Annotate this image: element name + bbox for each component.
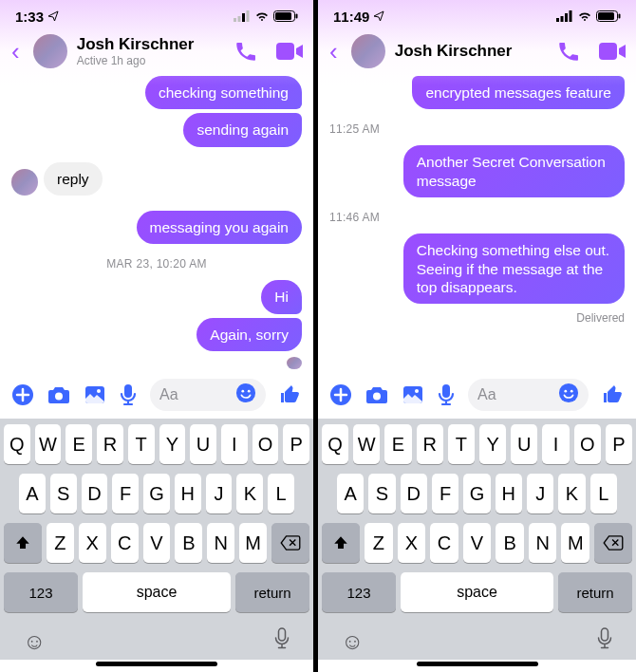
dictation-icon[interactable] bbox=[596, 627, 613, 656]
key[interactable]: R bbox=[417, 424, 443, 464]
emoji-keyboard-icon[interactable]: ☺ bbox=[23, 628, 47, 655]
emoji-picker-icon[interactable] bbox=[235, 383, 256, 407]
message-out[interactable]: messaging you again bbox=[11, 211, 302, 244]
key[interactable]: F bbox=[112, 474, 139, 513]
message-out[interactable]: checking something bbox=[11, 76, 302, 109]
key[interactable]: H bbox=[175, 474, 201, 513]
key[interactable]: B bbox=[496, 523, 524, 563]
video-call-icon[interactable] bbox=[598, 41, 627, 62]
gallery-icon[interactable] bbox=[84, 384, 106, 405]
key[interactable]: Y bbox=[479, 424, 506, 464]
key[interactable]: X bbox=[79, 523, 106, 563]
key[interactable]: Q bbox=[322, 424, 348, 464]
key[interactable]: R bbox=[97, 424, 123, 464]
key[interactable]: V bbox=[463, 523, 492, 563]
message-in[interactable]: reply bbox=[11, 162, 302, 196]
key[interactable]: J bbox=[206, 474, 233, 513]
message-out[interactable]: Checking something else out. Seeing if t… bbox=[329, 233, 625, 304]
key[interactable]: T bbox=[128, 424, 155, 464]
audio-call-icon[interactable] bbox=[556, 39, 581, 64]
key[interactable]: D bbox=[82, 474, 108, 513]
emoji-picker-icon[interactable] bbox=[558, 383, 579, 407]
return-key[interactable]: return bbox=[558, 572, 632, 612]
key[interactable]: A bbox=[19, 474, 46, 513]
return-key[interactable]: return bbox=[235, 572, 309, 612]
key[interactable]: W bbox=[35, 424, 62, 464]
shift-key[interactable] bbox=[322, 523, 360, 563]
avatar[interactable] bbox=[351, 34, 385, 68]
key[interactable]: N bbox=[207, 523, 234, 563]
message-out[interactable]: sending again bbox=[11, 113, 302, 146]
key[interactable]: N bbox=[529, 523, 557, 563]
key[interactable]: B bbox=[175, 523, 202, 563]
key[interactable]: Y bbox=[159, 424, 186, 464]
key[interactable]: C bbox=[111, 523, 139, 563]
mic-icon[interactable] bbox=[438, 383, 455, 406]
key[interactable]: O bbox=[253, 424, 279, 464]
contact-name[interactable]: Josh Kirschner bbox=[395, 42, 547, 61]
back-icon[interactable]: ‹ bbox=[326, 37, 342, 66]
key[interactable]: M bbox=[239, 523, 267, 563]
key[interactable]: F bbox=[432, 474, 458, 513]
key[interactable]: P bbox=[606, 424, 632, 464]
key[interactable]: T bbox=[448, 424, 475, 464]
key[interactable]: H bbox=[496, 474, 522, 513]
key[interactable]: I bbox=[221, 424, 248, 464]
key[interactable]: V bbox=[143, 523, 171, 563]
key[interactable]: S bbox=[50, 474, 77, 513]
key[interactable]: Q bbox=[4, 424, 30, 464]
message-input[interactable]: Aa bbox=[468, 379, 589, 411]
key[interactable]: G bbox=[463, 474, 490, 513]
key[interactable]: U bbox=[190, 424, 216, 464]
key[interactable]: U bbox=[511, 424, 537, 464]
video-call-icon[interactable] bbox=[275, 41, 304, 62]
home-indicator[interactable] bbox=[96, 662, 217, 666]
space-key[interactable]: space bbox=[401, 572, 553, 612]
key[interactable]: L bbox=[590, 474, 617, 513]
shift-key[interactable] bbox=[4, 523, 42, 563]
messages-scroll[interactable]: encrypted messages feature 11:25 AM Anot… bbox=[318, 76, 636, 369]
key[interactable]: I bbox=[542, 424, 569, 464]
message-out[interactable]: Hi bbox=[11, 280, 302, 313]
message-out[interactable]: Again, sorry bbox=[11, 318, 302, 351]
space-key[interactable]: space bbox=[83, 572, 231, 612]
backspace-key[interactable] bbox=[594, 523, 632, 563]
plus-icon[interactable] bbox=[329, 383, 352, 406]
camera-icon[interactable] bbox=[365, 384, 388, 405]
key[interactable]: D bbox=[401, 474, 427, 513]
dictation-icon[interactable] bbox=[273, 627, 290, 656]
thumbs-up-icon[interactable] bbox=[279, 383, 302, 406]
key[interactable]: C bbox=[430, 523, 458, 563]
messages-scroll[interactable]: checking something sending again reply m… bbox=[0, 76, 313, 369]
key[interactable]: K bbox=[236, 474, 263, 513]
camera-icon[interactable] bbox=[47, 384, 70, 405]
audio-call-icon[interactable] bbox=[234, 39, 258, 64]
key[interactable]: Z bbox=[365, 523, 393, 563]
message-out[interactable]: Another Secret Conversation message bbox=[329, 145, 625, 197]
back-icon[interactable]: ‹ bbox=[8, 37, 24, 66]
mic-icon[interactable] bbox=[120, 383, 137, 406]
key[interactable]: L bbox=[268, 474, 294, 513]
key[interactable]: G bbox=[143, 474, 170, 513]
key[interactable]: O bbox=[574, 424, 601, 464]
key[interactable]: P bbox=[283, 424, 309, 464]
key[interactable]: M bbox=[561, 523, 589, 563]
numbers-key[interactable]: 123 bbox=[322, 572, 396, 612]
message-input[interactable]: Aa bbox=[150, 379, 266, 411]
thumbs-up-icon[interactable] bbox=[602, 383, 625, 406]
key[interactable]: Z bbox=[47, 523, 74, 563]
key[interactable]: K bbox=[558, 474, 585, 513]
key[interactable]: W bbox=[353, 424, 380, 464]
gallery-icon[interactable] bbox=[402, 384, 424, 405]
key[interactable]: A bbox=[337, 474, 364, 513]
key[interactable]: E bbox=[65, 424, 92, 464]
sender-avatar[interactable] bbox=[11, 169, 38, 196]
key[interactable]: J bbox=[527, 474, 553, 513]
avatar[interactable] bbox=[33, 34, 67, 68]
contact-name[interactable]: Josh Kirschner bbox=[77, 35, 224, 54]
key[interactable]: S bbox=[368, 474, 395, 513]
plus-icon[interactable] bbox=[11, 383, 34, 406]
backspace-key[interactable] bbox=[271, 523, 309, 563]
home-indicator[interactable] bbox=[417, 662, 538, 666]
numbers-key[interactable]: 123 bbox=[4, 572, 78, 612]
